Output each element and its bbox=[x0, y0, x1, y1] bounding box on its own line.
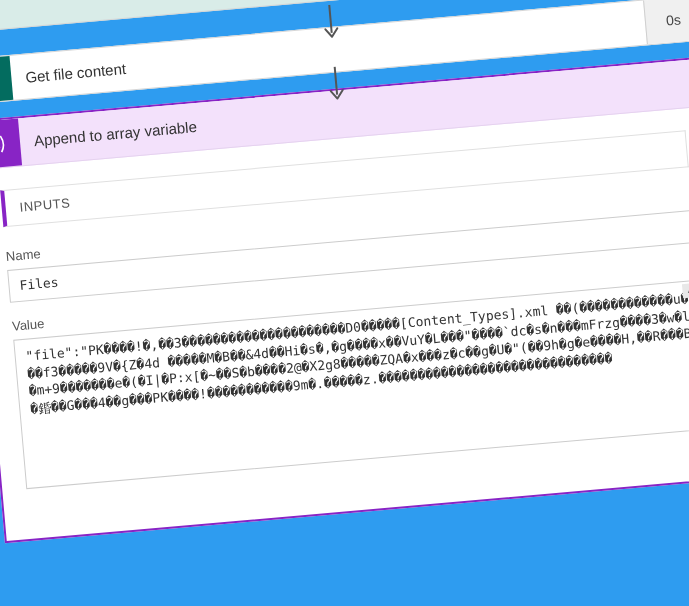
append-to-array-card[interactable]: Append to array variable INPUTS Name Fil… bbox=[0, 56, 689, 543]
svg-line-0 bbox=[329, 5, 331, 33]
svg-line-4 bbox=[335, 67, 337, 95]
scroll-up-icon[interactable]: ▴ bbox=[682, 283, 689, 298]
